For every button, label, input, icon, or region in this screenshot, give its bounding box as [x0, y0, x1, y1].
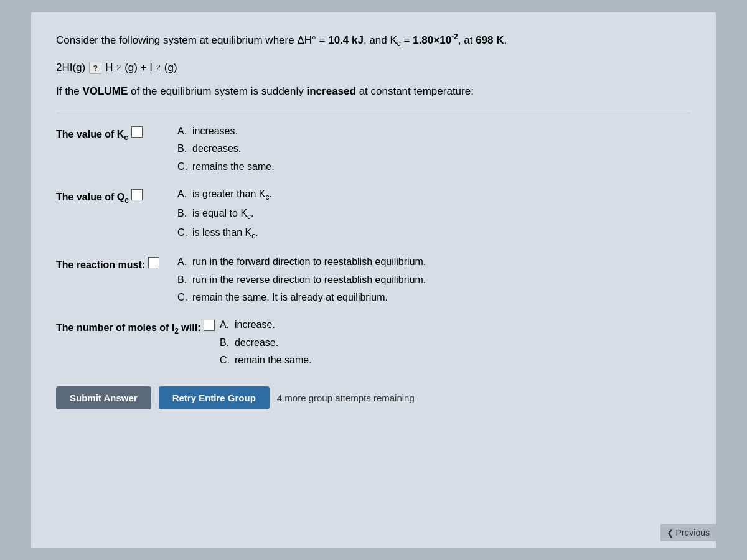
qc-option-a-text: is greater than Kc.: [192, 187, 272, 203]
equation-badge: ?: [89, 62, 101, 74]
qc-option-a: A. is greater than Kc.: [177, 187, 272, 203]
divider: [56, 113, 691, 113]
moles-option-c-letter: C.: [220, 353, 235, 367]
moles-option-a-text: increase.: [235, 318, 275, 332]
reaction-option-c-text: remain the same. It is already at equili…: [192, 291, 388, 304]
qc-option-c-letter: C.: [177, 226, 192, 240]
reaction-options: A. run in the forward direction to reest…: [177, 255, 426, 304]
reaction-option-a-letter: A.: [177, 255, 192, 269]
qc-option-b-letter: B.: [177, 207, 192, 220]
question-qc-label: The value of Qc: [56, 187, 177, 205]
question-header: Consider the following system at equilib…: [56, 31, 691, 49]
reaction-option-c-letter: C.: [177, 291, 192, 304]
buttons-row: Submit Answer Retry Entire Group 4 more …: [56, 386, 691, 409]
moles-option-a-letter: A.: [220, 318, 235, 332]
reaction-option-a-text: run in the forward direction to reestabl…: [192, 255, 426, 269]
moles-options: A. increase. B. decrease. C. remain the …: [220, 318, 312, 367]
question-moles-label: The number of moles of I2 will:: [56, 318, 220, 335]
question-kc: The value of Kc A. increases. B. decreas…: [56, 124, 691, 174]
answer-box-kc[interactable]: [131, 126, 143, 138]
previous-button[interactable]: ❮ Previous: [660, 524, 716, 541]
qc-option-c: C. is less than Kc.: [177, 226, 272, 241]
kc-option-a-letter: A.: [177, 124, 192, 138]
answer-box-reaction[interactable]: [148, 257, 159, 268]
kc-option-b-text: decreases.: [192, 142, 241, 156]
moles-option-b: B. decrease.: [220, 336, 312, 350]
reaction-option-b: B. run in the reverse direction to reest…: [177, 273, 426, 287]
answer-box-qc[interactable]: [131, 189, 143, 200]
reaction-option-b-text: run in the reverse direction to reestabl…: [192, 273, 426, 287]
moles-option-b-text: decrease.: [235, 336, 278, 350]
kc-option-c: C. remains the same.: [177, 160, 275, 174]
qc-option-b-text: is equal to Kc.: [192, 207, 254, 222]
submit-button[interactable]: Submit Answer: [56, 386, 151, 409]
answer-box-moles[interactable]: [204, 320, 215, 331]
moles-option-c: C. remain the same.: [220, 353, 312, 367]
kc-option-c-letter: C.: [177, 160, 192, 174]
reaction-option-c: C. remain the same. It is already at equ…: [177, 291, 426, 304]
volume-condition: If the VOLUME of the equilibrium system …: [56, 85, 691, 98]
reaction-option-b-letter: B.: [177, 273, 192, 287]
reaction-option-a: A. run in the forward direction to reest…: [177, 255, 426, 269]
kc-option-a: A. increases.: [177, 124, 275, 138]
attempts-text: 4 more group attempts remaining: [277, 393, 415, 403]
qc-option-c-text: is less than Kc.: [192, 226, 258, 241]
moles-option-c-text: remain the same.: [235, 353, 312, 367]
qc-option-b: B. is equal to Kc.: [177, 207, 272, 222]
kc-option-a-text: increases.: [192, 124, 238, 138]
page-container: Consider the following system at equilib…: [31, 12, 716, 548]
retry-button[interactable]: Retry Entire Group: [159, 386, 270, 409]
question-reaction-label: The reaction must:: [56, 255, 177, 271]
moles-option-b-letter: B.: [220, 336, 235, 350]
kc-option-b-letter: B.: [177, 142, 192, 156]
question-qc: The value of Qc A. is greater than Kc. B…: [56, 187, 691, 241]
moles-option-a: A. increase.: [220, 318, 312, 332]
question-reaction: The reaction must: A. run in the forward…: [56, 255, 691, 304]
qc-option-a-letter: A.: [177, 187, 192, 201]
kc-option-b: B. decreases.: [177, 142, 275, 156]
chevron-left-icon: ❮: [667, 528, 674, 538]
question-moles: The number of moles of I2 will: A. incre…: [56, 318, 691, 367]
kc-option-c-text: remains the same.: [192, 160, 275, 174]
equation-line: 2HI(g) ? H2(g) + I2(g): [56, 62, 691, 74]
qc-options: A. is greater than Kc. B. is equal to Kc…: [177, 187, 272, 241]
previous-label: Previous: [676, 528, 710, 538]
kc-options: A. increases. B. decreases. C. remains t…: [177, 124, 275, 174]
question-kc-label: The value of Kc: [56, 124, 177, 142]
